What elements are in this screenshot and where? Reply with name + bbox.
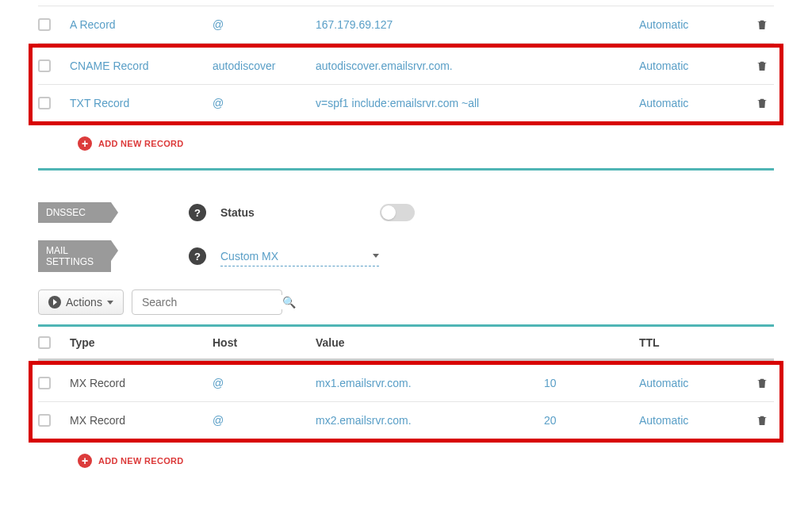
row-checkbox[interactable] xyxy=(38,377,51,389)
record-type[interactable]: A Record xyxy=(70,18,213,31)
chevron-down-icon xyxy=(107,301,113,305)
table-row: TXT Record @ v=spf1 include:emailsrvr.co… xyxy=(38,85,774,121)
record-priority[interactable]: 10 xyxy=(544,377,639,389)
dns-records-table: A Record @ 167.179.69.127 Automatic CNAM… xyxy=(38,0,774,171)
row-checkbox[interactable] xyxy=(38,59,51,72)
search-input[interactable] xyxy=(140,295,282,309)
delete-record-button[interactable] xyxy=(750,59,774,73)
add-new-record-button[interactable]: + ADD NEW RECORD xyxy=(38,125,774,162)
select-all-checkbox[interactable] xyxy=(38,336,51,349)
row-checkbox[interactable] xyxy=(38,97,51,109)
table-row: CNAME Record autodiscover autodiscover.e… xyxy=(38,48,774,85)
chevron-down-icon xyxy=(373,254,379,258)
section-divider xyxy=(38,168,774,171)
mx-records-table: Type Host Value TTL MX Record @ mx1.emai… xyxy=(38,324,774,479)
plus-icon: + xyxy=(78,454,92,468)
delete-record-button[interactable] xyxy=(750,17,774,32)
row-checkbox[interactable] xyxy=(38,414,51,427)
record-type: MX Record xyxy=(70,414,213,427)
mail-mx-selected: Custom MX xyxy=(220,250,278,263)
record-ttl[interactable]: Automatic xyxy=(639,18,750,31)
highlighted-records: CNAME Record autodiscover autodiscover.e… xyxy=(29,44,783,125)
dnssec-toggle[interactable] xyxy=(380,204,415,221)
row-checkbox[interactable] xyxy=(38,18,51,31)
table-row: MX Record @ mx2.emailsrvr.com. 20 Automa… xyxy=(38,402,774,439)
actions-label: Actions xyxy=(66,296,102,309)
play-icon xyxy=(48,296,61,309)
mx-search-box[interactable]: 🔍 xyxy=(132,289,282,315)
plus-icon: + xyxy=(78,136,92,151)
col-header-ttl: TTL xyxy=(639,336,750,349)
record-value[interactable]: v=spf1 include:emailsrvr.com ~all xyxy=(316,97,544,109)
dnssec-tag: DNSSEC xyxy=(38,202,111,223)
trash-icon xyxy=(756,17,768,32)
actions-dropdown-button[interactable]: Actions xyxy=(38,289,124,315)
trash-icon xyxy=(756,96,768,110)
record-host[interactable]: @ xyxy=(213,97,316,109)
record-ttl[interactable]: Automatic xyxy=(639,59,750,72)
record-host[interactable]: autodiscover xyxy=(213,59,316,72)
record-ttl[interactable]: Automatic xyxy=(639,377,750,389)
record-type: MX Record xyxy=(70,377,213,389)
search-icon: 🔍 xyxy=(282,296,296,309)
record-ttl[interactable]: Automatic xyxy=(639,414,750,427)
record-value[interactable]: autodiscover.emailsrvr.com. xyxy=(316,59,544,72)
mail-settings-tag: MAIL SETTINGS xyxy=(38,240,111,272)
col-header-value: Value xyxy=(316,336,544,349)
trash-icon xyxy=(756,59,768,73)
delete-record-button[interactable] xyxy=(750,96,774,110)
record-host[interactable]: @ xyxy=(213,414,316,427)
delete-record-button[interactable] xyxy=(750,413,774,427)
mx-header-row: Type Host Value TTL xyxy=(38,327,774,359)
table-row: A Record @ 167.179.69.127 Automatic xyxy=(38,6,774,44)
dnssec-status-label: Status xyxy=(220,206,331,219)
record-value[interactable]: mx2.emailsrvr.com. xyxy=(316,414,544,427)
col-header-type: Type xyxy=(70,336,213,349)
record-host[interactable]: @ xyxy=(213,377,316,389)
record-value[interactable]: 167.179.69.127 xyxy=(316,18,544,31)
add-new-record-label: ADD NEW RECORD xyxy=(98,139,183,148)
col-header-host: Host xyxy=(213,336,316,349)
record-value[interactable]: mx1.emailsrvr.com. xyxy=(316,377,544,389)
record-type[interactable]: CNAME Record xyxy=(70,59,213,72)
record-type[interactable]: TXT Record xyxy=(70,97,213,109)
add-new-mx-record-button[interactable]: + ADD NEW RECORD xyxy=(38,443,774,479)
mail-help-button[interactable]: ? xyxy=(189,247,206,265)
record-host[interactable]: @ xyxy=(213,18,316,31)
record-ttl[interactable]: Automatic xyxy=(639,97,750,109)
delete-record-button[interactable] xyxy=(750,376,774,390)
table-row: MX Record @ mx1.emailsrvr.com. 10 Automa… xyxy=(38,365,774,402)
mail-settings-section: MAIL SETTINGS ? Custom MX xyxy=(38,240,774,272)
highlighted-mx-records: MX Record @ mx1.emailsrvr.com. 10 Automa… xyxy=(29,361,783,443)
add-new-record-label: ADD NEW RECORD xyxy=(98,456,183,466)
dnssec-help-button[interactable]: ? xyxy=(189,204,206,221)
mx-actions-bar: Actions 🔍 xyxy=(38,289,774,315)
dnssec-section: DNSSEC ? Status xyxy=(38,202,774,223)
record-priority[interactable]: 20 xyxy=(544,414,639,427)
trash-icon xyxy=(756,413,768,427)
trash-icon xyxy=(756,376,768,390)
mail-mx-select[interactable]: Custom MX xyxy=(220,247,379,266)
